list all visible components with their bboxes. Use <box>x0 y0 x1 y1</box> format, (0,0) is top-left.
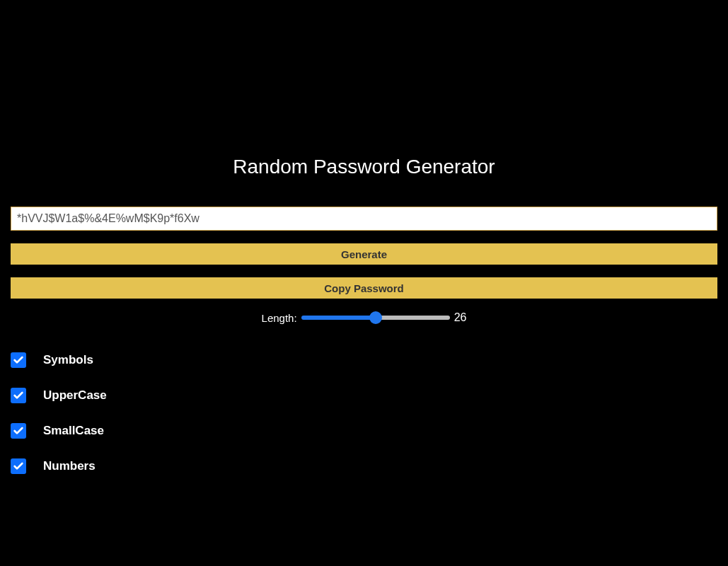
password-output[interactable] <box>11 207 717 231</box>
option-label: Numbers <box>43 459 96 473</box>
smallcase-checkbox[interactable] <box>11 423 26 439</box>
option-label: UpperCase <box>43 388 107 403</box>
symbols-checkbox[interactable] <box>11 352 26 368</box>
uppercase-checkbox[interactable] <box>11 388 26 403</box>
copy-button[interactable]: Copy Password <box>11 277 717 299</box>
option-label: Symbols <box>43 353 93 367</box>
length-control: Length: 26 <box>11 311 717 324</box>
page-title: Random Password Generator <box>11 156 717 178</box>
option-row-smallcase: SmallCase <box>11 423 717 439</box>
numbers-checkbox[interactable] <box>11 458 26 474</box>
generate-button[interactable]: Generate <box>11 243 717 265</box>
length-value: 26 <box>454 311 467 324</box>
length-slider[interactable] <box>301 316 450 320</box>
option-row-uppercase: UpperCase <box>11 388 717 403</box>
check-icon <box>13 354 24 366</box>
option-row-symbols: Symbols <box>11 352 717 368</box>
check-icon <box>13 461 24 472</box>
check-icon <box>13 425 24 437</box>
option-label: SmallCase <box>43 424 104 438</box>
option-row-numbers: Numbers <box>11 458 717 474</box>
check-icon <box>13 390 24 401</box>
length-label: Length: <box>262 312 297 324</box>
